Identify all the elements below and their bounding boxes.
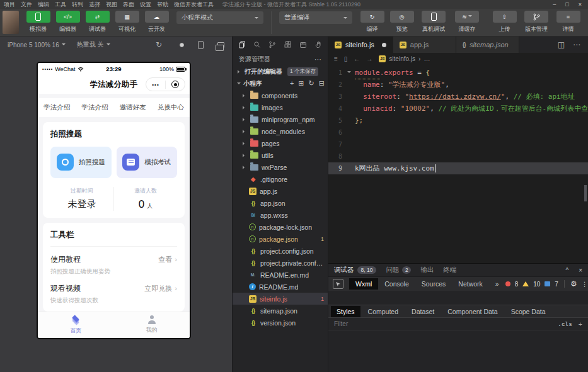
photo-search-button[interactable]: 拍照搜题: [50, 147, 112, 178]
collapse-panel-icon[interactable]: ^: [565, 267, 568, 274]
device-selector[interactable]: iPhone 5 100% 16: [8, 42, 66, 48]
close-panel-icon[interactable]: ×: [579, 267, 582, 274]
user-avatar[interactable]: [3, 11, 19, 34]
tree-item-file[interactable]: ◆.gitignore: [233, 173, 328, 185]
mock-exam-button[interactable]: 模拟考试: [117, 147, 178, 178]
package-icon[interactable]: [299, 41, 307, 48]
menu-project[interactable]: 项目: [4, 1, 15, 9]
tab-sitemap-json[interactable]: {} sitemap.json: [456, 37, 519, 53]
exit-button[interactable]: [166, 81, 185, 88]
menu-devtools[interactable]: 微信开发者工具: [174, 1, 214, 9]
back-icon[interactable]: ←: [354, 55, 360, 62]
more-menu-button[interactable]: •••: [146, 82, 165, 87]
tab-dataset[interactable]: Dataset: [406, 306, 440, 317]
close-icon[interactable]: ×: [579, 1, 582, 8]
tree-item-folder[interactable]: pages: [233, 137, 328, 149]
tree-item-folder[interactable]: utils: [233, 149, 328, 161]
tab-debugger[interactable]: 调试器 8, 10: [334, 266, 376, 274]
open-editors-section[interactable]: 打开的编辑器 1 个未保存: [233, 65, 328, 77]
preview-button[interactable]: ◎ 预览: [387, 11, 417, 33]
menu-view[interactable]: 视图: [106, 1, 117, 9]
outline-icon[interactable]: ≡: [334, 55, 338, 62]
breadcrumb-more[interactable]: …: [424, 55, 430, 62]
new-file-icon[interactable]: +: [290, 79, 294, 87]
tab-intro-1[interactable]: 学法介绍: [38, 103, 76, 112]
tree-item-file[interactable]: {}sitemap.json: [233, 305, 328, 317]
simulator-toggle-button[interactable]: 模拟器: [23, 11, 53, 33]
device-frame-icon[interactable]: [198, 41, 204, 49]
tree-item-file[interactable]: JSapp.js: [233, 185, 328, 197]
add-style-icon[interactable]: +: [579, 320, 582, 328]
tree-item-file[interactable]: iREADME.md: [233, 281, 328, 293]
devtools-tab-wxml[interactable]: Wxml: [349, 278, 378, 290]
devtools-tab-network[interactable]: Network: [452, 278, 489, 290]
tree-item-folder[interactable]: node_modules: [233, 125, 328, 137]
menu-settings[interactable]: 设置: [140, 1, 151, 9]
tree-item-file[interactable]: {}version.json: [233, 317, 328, 329]
devtools-tab-sources[interactable]: Sources: [415, 278, 453, 290]
extensions-icon[interactable]: [284, 41, 292, 48]
wxml-tree-area[interactable]: [328, 291, 588, 305]
watch-video-row[interactable]: 观看视频 立即兑换›: [50, 283, 177, 294]
version-control-button[interactable]: 版本管理: [519, 11, 553, 33]
git-branch-icon[interactable]: [268, 41, 276, 48]
tab-app-js[interactable]: JS app.js: [393, 37, 456, 53]
compile-button[interactable]: ↻ 编译: [357, 11, 387, 33]
tree-item-file[interactable]: {}project.private.config.js…: [233, 257, 328, 269]
forward-icon[interactable]: →: [366, 55, 372, 62]
tab-terminal[interactable]: 终端: [443, 266, 456, 274]
gear-icon[interactable]: ⚙: [570, 279, 577, 288]
editor-toggle-button[interactable]: </> 编辑器: [53, 11, 83, 33]
tree-item-folder[interactable]: wxParse: [233, 161, 328, 173]
menu-edit[interactable]: 编辑: [38, 1, 49, 9]
device-debug-button[interactable]: 真机调试: [417, 11, 451, 33]
hot-reload-toggle[interactable]: 热重载 关: [77, 40, 110, 49]
search-icon[interactable]: [253, 41, 261, 48]
tab-styles[interactable]: Styles: [331, 306, 360, 317]
tree-item-folder[interactable]: images: [233, 101, 328, 113]
record-icon[interactable]: [180, 43, 184, 47]
bookmark-icon[interactable]: ▯: [344, 55, 348, 62]
breadcrumb-file[interactable]: siteinfo.js: [389, 55, 415, 62]
more-actions-icon[interactable]: ⋯: [573, 40, 580, 49]
rotate-icon[interactable]: ↻: [156, 41, 162, 48]
project-section[interactable]: 小程序 + ⊞ ↻ ⊟: [233, 77, 328, 89]
menu-help[interactable]: 帮助: [157, 1, 168, 9]
tab-problems[interactable]: 问题 2: [386, 266, 411, 274]
tree-item-file-selected[interactable]: JSsiteinfo.js1: [233, 293, 328, 305]
tree-item-file[interactable]: {}app.json: [233, 197, 328, 209]
devtools-tab-overflow-icon[interactable]: »: [489, 278, 505, 290]
scrollbar-mark[interactable]: [584, 185, 587, 201]
tab-invite[interactable]: 邀请好友: [114, 103, 152, 112]
menu-goto[interactable]: 转到: [72, 1, 83, 9]
tree-item-file[interactable]: M↓README.en.md: [233, 269, 328, 281]
cloud-dev-button[interactable]: ☁ 云开发: [142, 11, 171, 33]
tab-intro-2[interactable]: 学法介绍: [76, 103, 113, 112]
styles-content-area[interactable]: [328, 330, 588, 372]
minimize-icon[interactable]: –: [553, 1, 556, 8]
tree-item-folder[interactable]: miniprogram_npm: [233, 113, 328, 125]
split-editor-icon[interactable]: ◫: [558, 40, 565, 49]
kebab-menu-icon[interactable]: ⋮: [582, 281, 588, 288]
tree-item-file[interactable]: ≋app.wxss: [233, 209, 328, 221]
tree-item-file[interactable]: {}project.config.json: [233, 245, 328, 257]
tab-computed[interactable]: Computed: [362, 306, 404, 317]
debugger-toggle-button[interactable]: ⇄ 调试器: [83, 11, 112, 33]
tutorial-row[interactable]: 使用教程 查看›: [50, 254, 177, 265]
menu-interface[interactable]: 界面: [123, 1, 134, 9]
visualization-button[interactable]: ▦ 可视化: [112, 11, 142, 33]
tabbar-mine[interactable]: 我的: [114, 312, 190, 338]
menu-tools[interactable]: 工具: [55, 1, 66, 9]
warning-count[interactable]: 10: [533, 281, 540, 288]
menu-select[interactable]: 选择: [89, 1, 100, 9]
upload-button[interactable]: ⇧ 上传: [490, 11, 519, 33]
menu-file[interactable]: 文件: [21, 1, 32, 9]
tab-output[interactable]: 输出: [420, 266, 434, 274]
multi-window-icon[interactable]: [217, 42, 224, 48]
clear-cache-button[interactable]: ≋ 清缓存: [451, 11, 483, 33]
tree-item-file[interactable]: npackage-lock.json: [233, 221, 328, 233]
files-icon[interactable]: [238, 41, 246, 48]
compile-mode-dropdown[interactable]: 普通编译: [279, 11, 352, 24]
url-link[interactable]: https://dati.zdzyw.cn/: [409, 91, 501, 103]
code-editor[interactable]: 1module.exports = { 2 name: "学法减分专业版", 3…: [328, 64, 588, 263]
